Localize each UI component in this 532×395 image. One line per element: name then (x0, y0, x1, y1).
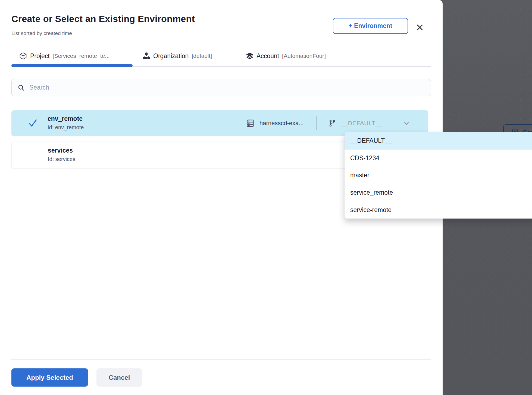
active-tab-underline (11, 64, 133, 67)
page-title: Create or Select an Existing Environment (11, 14, 195, 24)
branch-option-service-remote-dash[interactable]: service-remote (345, 201, 532, 219)
add-environment-label: + Environment (349, 22, 392, 30)
selected-branch-label: __DEFAULT__ (341, 120, 382, 127)
branch-option-cds-1234[interactable]: CDS-1234 (345, 150, 532, 167)
tab-organization-label: Organization (153, 52, 189, 60)
tab-organization[interactable]: Organization [default] (143, 49, 212, 63)
add-environment-button[interactable]: + Environment (333, 18, 408, 34)
branch-option-service-remote-underscore[interactable]: service_remote (345, 184, 532, 201)
search-input[interactable] (29, 84, 410, 91)
branch-dropdown-menu: __DEFAULT__ CDS-1234 master service_remo… (345, 132, 532, 219)
scope-tabs: Project [Services_remote_te... Organizat… (0, 49, 443, 63)
tab-account-label: Account (256, 52, 279, 60)
tab-account[interactable]: Account [AutomationFour] (246, 49, 326, 63)
repository-name: harnesscd-exa... (259, 120, 304, 127)
cube-icon (19, 52, 27, 60)
environment-id: Id: services (48, 155, 75, 163)
tab-organization-scope: [default] (192, 53, 212, 59)
environment-texts: services Id: services (48, 146, 75, 163)
cancel-button[interactable]: Cancel (96, 368, 142, 387)
tab-project-label: Project (30, 52, 50, 60)
footer-divider (11, 359, 431, 360)
branch-option-default[interactable]: __DEFAULT__ (345, 132, 532, 150)
search-icon (17, 84, 25, 91)
environment-texts: env_remote Id: env_remote (48, 114, 84, 132)
repository-icon (246, 119, 255, 128)
git-branch-icon (328, 119, 336, 127)
tab-account-scope: [AutomationFour] (282, 53, 326, 59)
branch-option-master[interactable]: master (345, 167, 532, 184)
check-icon (27, 117, 39, 130)
search-box (11, 79, 431, 96)
cancel-label: Cancel (109, 374, 130, 381)
sort-subtitle: List sorted by created time (11, 30, 72, 36)
close-button[interactable] (415, 22, 425, 33)
sitemap-icon (143, 52, 150, 60)
apply-selected-button[interactable]: Apply Selected (11, 368, 88, 387)
environment-name: env_remote (48, 114, 84, 123)
environment-id: Id: env_remote (48, 123, 84, 132)
vertical-divider (316, 116, 317, 130)
tab-project[interactable]: Project [Services_remote_te... (19, 49, 110, 63)
branch-dropdown-toggle[interactable] (403, 120, 410, 127)
tab-project-scope: [Services_remote_te... (53, 53, 110, 59)
apply-selected-label: Apply Selected (26, 374, 73, 381)
chevron-down-icon (403, 120, 410, 127)
screen: Save Create or Select an Existing Enviro… (0, 0, 532, 395)
layers-icon (246, 52, 254, 60)
environment-name: services (48, 146, 75, 155)
close-icon (416, 23, 424, 31)
